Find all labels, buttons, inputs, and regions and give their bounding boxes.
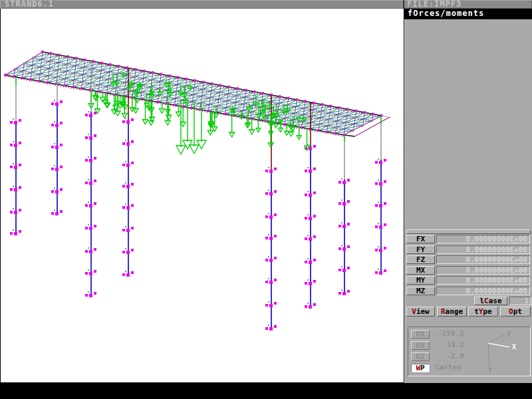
wp-mode-value: Cartes — [431, 364, 475, 372]
range-label-rest: ange — [446, 307, 464, 316]
fy-value-field[interactable]: 0.00000000E+00 — [436, 245, 530, 254]
opt-button[interactable]: Opt — [500, 307, 531, 317]
rx-value: -159.5 — [431, 330, 464, 338]
opt-label-rest: pt — [513, 307, 522, 316]
type-label: t — [474, 307, 479, 316]
fz-button[interactable]: FZ — [406, 255, 435, 264]
model-viewport[interactable] — [0, 9, 404, 383]
type-button[interactable]: tYpe — [468, 307, 498, 317]
axis-z-label: Z — [507, 331, 511, 338]
structure-drawing — [1, 9, 404, 383]
app-title-bar: STRAND6.1 — [0, 0, 404, 9]
ry-value: 33.2 — [431, 341, 464, 350]
mode-label: fOrces/moments — [404, 9, 532, 19]
panel-divider — [406, 229, 531, 234]
control-panel: FX 0.00000000E+00 FY 0.00000000E+00 FZ 0… — [404, 19, 532, 383]
fy-button[interactable]: FY — [406, 245, 435, 254]
my-value-field[interactable]: 0.00000000E+00 — [436, 276, 530, 285]
type-label-rest: pe — [483, 307, 492, 316]
load-case-button[interactable]: lCase — [474, 297, 507, 305]
rz-button[interactable]: RZ — [411, 352, 430, 361]
view-button[interactable]: View — [406, 307, 435, 317]
mz-button[interactable]: MZ — [406, 287, 435, 295]
wp-label-rest: P — [420, 364, 425, 372]
fx-button[interactable]: FX — [406, 235, 435, 243]
type-hotkey: Y — [479, 307, 483, 316]
view-label-rest: iew — [416, 307, 430, 316]
file-name-bar: FILE:IMPF3 — [404, 0, 532, 9]
view-hotkey: V — [412, 307, 416, 316]
mx-value-field[interactable]: 0.00000000E+00 — [436, 266, 530, 275]
wp-hotkey: W — [416, 364, 420, 372]
mz-value-field[interactable]: 0.00000000E+00 — [436, 287, 530, 295]
rotation-box: RX -159.5 RY 33.2 RZ -2.9 WP Cartes Z X … — [408, 327, 531, 376]
range-button[interactable]: Range — [437, 307, 467, 317]
axis-y-label: Y — [488, 366, 492, 374]
opt-hotkey: O — [509, 307, 513, 316]
range-hotkey: R — [441, 307, 446, 316]
load-case-hotkey: C — [484, 297, 489, 305]
wp-button[interactable]: WP — [411, 364, 430, 372]
load-case-value-field[interactable]: 1 — [509, 297, 531, 305]
my-button[interactable]: MY — [406, 276, 435, 285]
ry-button[interactable]: RY — [411, 341, 430, 350]
mx-button[interactable]: MX — [406, 266, 435, 275]
axis-x-label: X — [512, 343, 516, 350]
fx-value-field[interactable]: 0.00000000E+00 — [436, 235, 530, 243]
rx-button[interactable]: RX — [411, 330, 430, 338]
fz-value-field[interactable]: 0.00000000E+00 — [436, 255, 530, 264]
load-case-label-rest: ase — [489, 297, 502, 305]
strand6-window: STRAND6.1 FILE:IMPF3 fOrces/moments FX 0… — [0, 0, 532, 399]
axis-triad-icon: Z X Y — [475, 329, 529, 375]
rz-value: -2.9 — [431, 352, 464, 361]
